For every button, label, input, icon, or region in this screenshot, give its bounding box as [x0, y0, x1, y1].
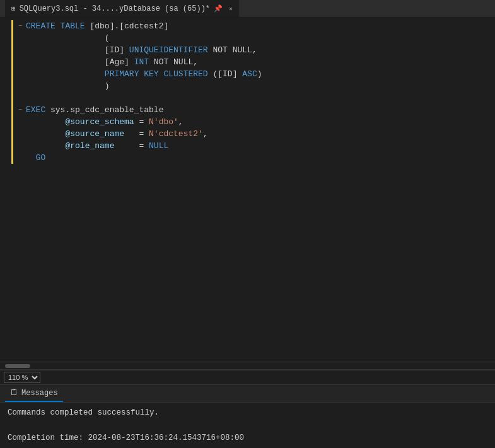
token — [237, 68, 242, 80]
code-line: GO — [16, 152, 495, 164]
code-line: PRIMARY KEY CLUSTERED ( [ID] ASC ) — [16, 68, 495, 80]
token — [55, 20, 61, 32]
token: NOT NULL, — [149, 56, 198, 68]
token: ( — [105, 32, 110, 44]
code-line: − EXEC sys.sp_cdc_enable_table — [16, 104, 495, 116]
messages-tab-label: Messages — [21, 389, 58, 398]
code-line: [Age] INT NOT NULL, — [16, 56, 495, 68]
collapse-icon[interactable]: − — [18, 20, 26, 32]
token: ) — [105, 80, 110, 92]
token: @source_name — [65, 128, 134, 140]
title-bar: ⊞ SQLQuery3.sql - 34....yDatabase (sa (6… — [0, 0, 495, 18]
close-tab-button[interactable]: ✕ — [229, 5, 233, 13]
token: INT — [134, 56, 149, 68]
zoom-select[interactable]: 75 % 100 % 110 % 125 % 150 % — [4, 372, 40, 383]
messages-tab[interactable]: 🗒 Messages — [5, 385, 63, 402]
code-area[interactable]: − CREATE TABLE [dbo].[cdctest2] ( — [11, 18, 495, 362]
message-line-2: Completion time: 2024-08-23T16:36:24.154… — [8, 432, 487, 444]
token: sys.sp_cdc_enable_table — [45, 104, 163, 116]
scrollbar-thumb[interactable] — [5, 364, 30, 368]
horizontal-scrollbar[interactable] — [0, 362, 495, 369]
token: NULL — [149, 140, 168, 152]
token — [26, 92, 31, 104]
token: N'dbo' — [149, 116, 178, 128]
yellow-indicator — [11, 20, 13, 164]
token: @source_schema — [65, 116, 134, 128]
code-line: @role_name = NULL — [16, 140, 495, 152]
zoom-control[interactable]: 75 % 100 % 110 % 125 % 150 % — [4, 372, 40, 383]
sql-file-icon: ⊞ — [11, 4, 16, 13]
token: @role_name — [65, 140, 134, 152]
editor-container: − CREATE TABLE [dbo].[cdctest2] ( — [0, 18, 495, 362]
token: , — [203, 128, 208, 140]
token: = — [134, 140, 149, 152]
token: GO — [26, 152, 45, 164]
token: TABLE — [61, 20, 85, 32]
code-line: @source_schema = N'dbo' , — [16, 116, 495, 128]
messages-tab-icon: 🗒 — [10, 388, 18, 398]
bottom-panel: 75 % 100 % 110 % 125 % 150 % 🗒 Messages … — [0, 369, 495, 448]
token: ASC — [242, 68, 257, 80]
tab-label: SQLQuery3.sql - 34....yDatabase (sa (65)… — [20, 4, 210, 13]
token: [ID] — [218, 68, 237, 80]
token: EXEC — [26, 104, 45, 116]
token — [26, 80, 105, 92]
token: [dbo].[cdctest2] — [85, 20, 169, 32]
code-line: − CREATE TABLE [dbo].[cdctest2] — [16, 20, 495, 32]
code-lines: − CREATE TABLE [dbo].[cdctest2] ( — [16, 20, 495, 164]
pin-icon[interactable]: 📌 — [214, 4, 223, 13]
code-line: [ID] UNIQUEIDENTIFIER NOT NULL, — [16, 44, 495, 56]
code-line: @source_name = N'cdctest2' , — [16, 128, 495, 140]
token: PRIMARY KEY CLUSTERED — [105, 68, 208, 80]
token: ( — [208, 68, 218, 80]
line-gutter — [0, 18, 11, 362]
panel-content: Commands completed successfully. Complet… — [0, 403, 495, 448]
token — [26, 56, 105, 68]
code-line: ( — [16, 32, 495, 44]
token — [26, 140, 65, 152]
token: ) — [257, 68, 262, 80]
code-line — [16, 92, 495, 104]
collapse-icon[interactable]: − — [18, 104, 26, 116]
token: UNIQUEIDENTIFIER — [129, 44, 208, 56]
token: NOT NULL, — [208, 44, 257, 56]
panel-tabs: 🗒 Messages — [0, 385, 495, 403]
message-line-1: Commands completed successfully. — [8, 406, 487, 419]
token: [Age] — [105, 56, 134, 68]
token — [26, 32, 105, 44]
token — [26, 128, 65, 140]
editor-tab[interactable]: ⊞ SQLQuery3.sql - 34....yDatabase (sa (6… — [5, 0, 239, 17]
token: = — [134, 116, 149, 128]
token: = — [134, 128, 149, 140]
token: CREATE — [26, 20, 55, 32]
token — [26, 44, 105, 56]
message-line-blank — [8, 419, 487, 432]
token: [ID] — [105, 44, 129, 56]
token: N'cdctest2' — [149, 128, 203, 140]
token: , — [178, 116, 183, 128]
token — [26, 68, 105, 80]
code-line: ) — [16, 80, 495, 92]
token — [26, 116, 65, 128]
